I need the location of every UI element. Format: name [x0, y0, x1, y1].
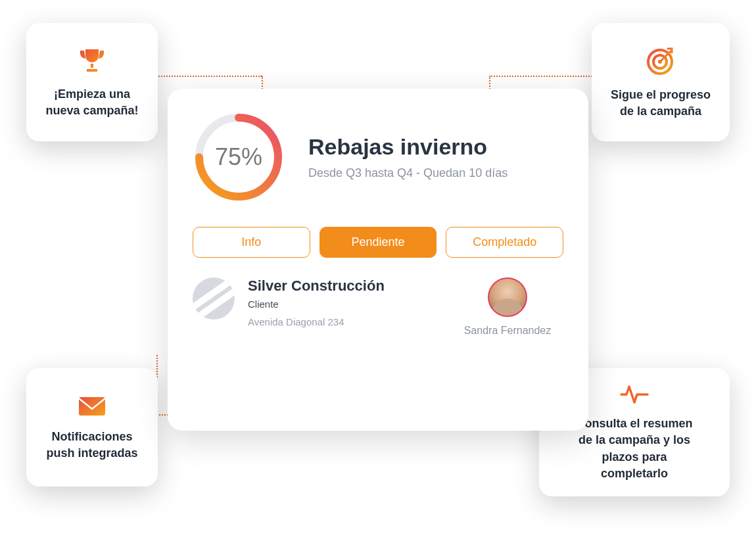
company-logo: [193, 277, 235, 320]
connector-line: [489, 76, 594, 77]
target-icon: [644, 45, 677, 78]
activity-icon: [620, 383, 649, 406]
progress-ring: 75%: [193, 111, 285, 203]
progress-value: 75%: [193, 111, 285, 203]
callout-label: Sigue el progreso de la campaña: [609, 87, 713, 120]
callout-label: ¡Empieza una nueva campaña!: [43, 86, 141, 119]
tab-pending[interactable]: Pendiente: [319, 227, 437, 258]
company-name: Silver Construcción: [248, 277, 438, 295]
tab-info[interactable]: Info: [193, 227, 310, 258]
callout-label: Consulta el resumen de la campaña y los …: [569, 416, 700, 482]
company-type: Cliente: [248, 298, 438, 310]
campaign-card: 75% Rebajas invierno Desde Q3 hasta Q4 -…: [168, 89, 588, 431]
client-row: Silver Construcción Cliente Avenida Diag…: [193, 277, 563, 337]
campaign-title: Rebajas invierno: [308, 134, 563, 160]
tab-completed[interactable]: Completado: [446, 227, 563, 258]
tab-bar: Info Pendiente Completado: [193, 227, 563, 258]
mail-icon: [76, 393, 108, 419]
assignee-name: Sandra Fernandez: [464, 325, 552, 337]
connector-line: [156, 76, 262, 77]
assignee-block: Sandra Fernandez: [452, 277, 563, 337]
campaign-subtitle: Desde Q3 hasta Q4 - Quedan 10 días: [308, 166, 563, 180]
trophy-icon: [76, 45, 108, 77]
assignee-avatar: [488, 277, 527, 317]
company-address: Avenida Diagonal 234: [248, 316, 438, 327]
callout-new-campaign: ¡Empieza una nueva campaña!: [26, 23, 158, 141]
callout-label: Notificaciones push integradas: [43, 429, 141, 462]
callout-track-progress: Sigue el progreso de la campaña: [592, 23, 730, 141]
callout-push-notifications: Notificaciones push integradas: [26, 368, 158, 487]
svg-rect-3: [79, 397, 105, 416]
